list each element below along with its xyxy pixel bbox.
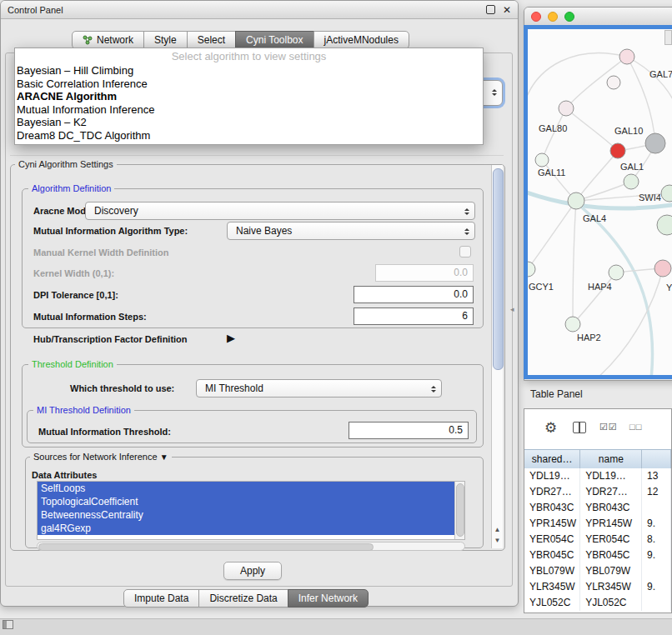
network-node[interactable] — [565, 317, 580, 332]
mi-threshold-field[interactable]: 0.5 — [349, 422, 469, 439]
chevron-right-icon[interactable]: ▶ — [227, 332, 235, 344]
table-row[interactable]: YLR345W YLR345W 9. — [524, 579, 671, 595]
divider-line — [10, 155, 504, 156]
network-node[interactable] — [559, 101, 574, 116]
network-window-titlebar[interactable] — [524, 8, 672, 26]
tab-impute-data[interactable]: Impute Data — [123, 589, 199, 608]
tab-infer-network[interactable]: Infer Network — [288, 589, 369, 608]
tab-jactivemnodules-label: jActiveMNodules — [324, 32, 399, 48]
table-row[interactable]: YBR043C YBR043C — [524, 500, 671, 516]
dpi-tolerance-field[interactable]: 0.0 — [354, 286, 474, 303]
algorithm-option[interactable]: Bayesian – Hill Climbing — [15, 64, 483, 78]
tab-network[interactable]: Network — [72, 31, 144, 49]
gear-icon[interactable]: ⚙ — [544, 419, 557, 437]
table-row[interactable]: YBL079W YBL079W — [524, 563, 671, 579]
network-node[interactable] — [609, 265, 624, 280]
network-node-label: HAP4 — [588, 282, 612, 292]
settings-scrollbar-thumb[interactable] — [493, 168, 504, 370]
float-icon[interactable] — [486, 5, 495, 14]
network-node-label: HAP2 — [577, 332, 601, 342]
list-vertical-scrollbar[interactable] — [454, 482, 464, 539]
cell-shared-name: YDR27… — [524, 484, 580, 500]
algorithm-option[interactable]: Dream8 DC_TDC Algorithm — [15, 129, 483, 142]
network-node[interactable] — [661, 185, 672, 202]
algorithm-option[interactable]: Bayesian – K2 — [15, 116, 483, 129]
network-node[interactable] — [535, 153, 549, 167]
algorithm-option[interactable]: ARACNE Algorithm — [15, 90, 483, 103]
tab-discretize-data[interactable]: Discretize Data — [198, 589, 288, 608]
network-canvas[interactable]: GAL7GAL80GAL10GAL11GAL1SWI4GAL4GCY1HAP4Y… — [528, 29, 672, 375]
close-icon[interactable]: ✕ — [503, 4, 511, 16]
cell-shared-name: YPR145W — [524, 516, 580, 532]
mi-type-value: Naive Bayes — [236, 225, 292, 237]
cell-name: YLR345W — [580, 579, 642, 595]
cell-extra — [642, 563, 671, 579]
table-row[interactable]: YDL19… YDL19… 13 — [524, 468, 671, 484]
kernel-width-field[interactable]: 0.0 — [375, 264, 474, 282]
column-header-name[interactable]: name — [580, 450, 642, 468]
algorithm-option[interactable]: Mutual Information Inference — [15, 103, 483, 117]
canvas-scrollbar-stub[interactable] — [664, 30, 672, 45]
splitter-handle-icon[interactable]: ◂ — [510, 305, 514, 313]
network-node[interactable] — [607, 76, 620, 89]
control-panel-tabbar: Network Style Select Cyni Toolbox jActiv… — [72, 31, 409, 49]
manual-kernel-checkbox[interactable] — [459, 246, 471, 258]
network-node[interactable] — [528, 262, 535, 277]
network-node[interactable] — [624, 174, 639, 189]
cell-name: YER054C — [580, 532, 642, 548]
which-threshold-select[interactable]: MI Threshold — [196, 379, 442, 398]
close-traffic-icon[interactable] — [531, 12, 541, 22]
scroll-down-icon[interactable]: ▼ — [492, 536, 503, 546]
network-node-label: GAL4 — [583, 213, 606, 223]
network-node[interactable] — [619, 49, 634, 64]
table-row[interactable]: YBR045C YBR045C 9. — [524, 548, 671, 563]
column-header-shared[interactable]: shared… — [524, 450, 580, 468]
tab-cyni-toolbox[interactable]: Cyni Toolbox — [235, 31, 313, 49]
tab-jactivemnodules[interactable]: jActiveMNodules — [313, 31, 409, 49]
minimize-traffic-icon[interactable] — [548, 12, 558, 22]
restore-panel-icon[interactable] — [3, 620, 13, 629]
list-horizontal-scrollbar[interactable] — [37, 542, 465, 551]
scroll-up-icon[interactable]: ▲ — [492, 525, 503, 535]
table-row[interactable]: YJL052C YJL052C — [524, 595, 671, 611]
threshold-definition-label: Threshold Definition — [28, 359, 117, 369]
deselect-checks-icon[interactable]: □□ — [629, 422, 642, 432]
select-all-checks-icon[interactable]: ☑☑ — [599, 422, 618, 432]
mi-threshold-label: Mutual Information Threshold: — [38, 427, 171, 437]
apply-button[interactable]: Apply — [223, 562, 282, 580]
sources-group-label[interactable]: Sources for Network Inference ▼ — [30, 452, 172, 462]
table-row[interactable]: YER054C YER054C 8. — [524, 532, 671, 548]
cyni-settings-group-label: Cyni Algorithm Settings — [15, 159, 117, 169]
network-node[interactable] — [568, 192, 584, 209]
table-row[interactable]: YDR27… YDR27… 12 — [524, 484, 671, 500]
columns-icon[interactable] — [573, 422, 586, 433]
attribute-item[interactable]: gal4RGexp — [38, 522, 454, 535]
data-attributes-list[interactable]: SelfLoops TopologicalCoefficient Between… — [37, 481, 465, 540]
mi-steps-field[interactable]: 6 — [354, 308, 474, 325]
settings-scrollbar[interactable]: ▲ ▼ — [491, 165, 503, 548]
aracne-mode-value: Discovery — [94, 205, 138, 217]
algorithm-option[interactable]: Basic Correlation Inference — [15, 78, 483, 91]
attribute-item[interactable]: TopologicalCoefficient — [38, 495, 454, 508]
list-hscroll-thumb[interactable] — [38, 543, 374, 551]
chevron-down-icon[interactable]: ▼ — [160, 452, 168, 462]
table-row[interactable]: YPR145W YPR145W 9. — [524, 516, 671, 532]
attribute-item[interactable]: BetweennessCentrality — [38, 508, 454, 522]
network-node[interactable] — [654, 260, 671, 277]
mi-type-select[interactable]: Naive Bayes — [227, 222, 475, 240]
zoom-traffic-icon[interactable] — [564, 12, 574, 22]
table-toolbar: ⚙ ☑☑ □□ — [524, 409, 671, 449]
tab-style[interactable]: Style — [143, 31, 188, 49]
column-header-extra[interactable] — [642, 450, 671, 468]
list-vscroll-thumb[interactable] — [456, 483, 464, 537]
hub-section-toggle[interactable]: Hub/Transcription Factor Definition — [33, 334, 188, 344]
algorithm-option-label: Bayesian – Hill Climbing — [17, 64, 133, 77]
network-node[interactable] — [610, 143, 625, 158]
network-node[interactable] — [645, 133, 665, 153]
tab-select[interactable]: Select — [187, 31, 236, 49]
aracne-mode-select[interactable]: Discovery — [85, 202, 475, 220]
control-panel-titlebar[interactable]: Control Panel ✕ — [1, 1, 518, 19]
network-node-label: GAL7 — [649, 69, 672, 79]
attribute-item[interactable]: SelfLoops — [38, 482, 454, 495]
network-node[interactable] — [657, 215, 672, 235]
